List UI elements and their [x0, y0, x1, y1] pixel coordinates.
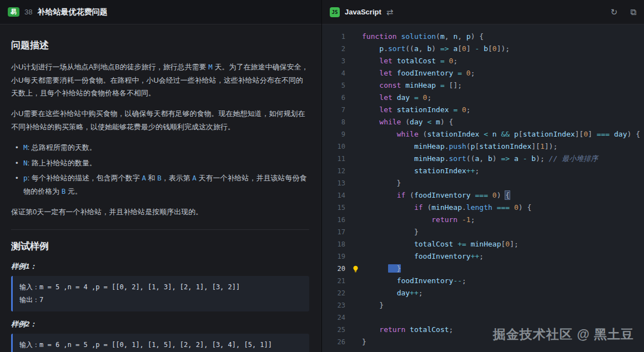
- code-text: minHeap.push(p[stationIndex][1]);: [362, 140, 644, 153]
- line-number[interactable]: 2: [322, 43, 349, 55]
- gutter-action-slot: [349, 324, 362, 336]
- problem-header: 易 38 补给站最优花费问题: [0, 0, 321, 24]
- gutter-action-slot: [349, 263, 362, 275]
- gutter-action-slot: [349, 55, 362, 67]
- code-line[interactable]: 11 minHeap.sort((a, b) => a - b); // 最小堆…: [322, 153, 644, 165]
- line-number[interactable]: 24: [322, 311, 349, 324]
- code-text: while (day < m) {: [362, 116, 644, 128]
- gutter-action-slot: [349, 140, 362, 153]
- code-text: foodInventory--;: [362, 275, 644, 287]
- sample-1-label: 样例1：: [11, 262, 309, 271]
- code-line[interactable]: 19 foodInventory++;: [322, 250, 644, 263]
- line-number[interactable]: 10: [322, 140, 349, 153]
- line-number[interactable]: 13: [322, 177, 349, 189]
- gutter-action-slot: [349, 43, 362, 55]
- layout-icon[interactable]: ⧉: [630, 8, 636, 16]
- code-line[interactable]: 25 return totalCost;: [322, 324, 644, 336]
- gutter-action-slot: [349, 104, 362, 116]
- code-line[interactable]: 7 let stationIndex = 0;: [322, 104, 644, 116]
- line-number[interactable]: 1: [322, 31, 349, 43]
- code-line[interactable]: 1function solution(m, n, p) {: [322, 31, 644, 43]
- language-label[interactable]: JavaScript: [345, 8, 381, 16]
- code-line[interactable]: 18 totalCost += minHeap[0];: [322, 238, 644, 250]
- lightbulb-icon[interactable]: [352, 265, 359, 273]
- code-line[interactable]: 15 if (minHeap.length === 0) {: [322, 202, 644, 214]
- editor-header: JS JavaScript ⇄ ↻ ⧉: [322, 0, 644, 24]
- line-number[interactable]: 16: [322, 214, 349, 226]
- code-line[interactable]: 4 let foodInventory = 0;: [322, 67, 644, 79]
- inline-code: M: [23, 143, 28, 152]
- code-line[interactable]: 9 while (stationIndex < n && p[stationIn…: [322, 128, 644, 140]
- line-number[interactable]: 17: [322, 226, 349, 238]
- line-number[interactable]: 7: [322, 104, 349, 116]
- inline-code: M: [208, 63, 213, 71]
- code-line[interactable]: 23 }: [322, 299, 644, 311]
- line-number[interactable]: 19: [322, 250, 349, 263]
- line-number[interactable]: 3: [322, 55, 349, 67]
- code-text: }: [362, 177, 644, 189]
- problem-title: 补给站最优花费问题: [37, 7, 107, 17]
- code-line[interactable]: 13 }: [322, 177, 644, 189]
- code-line[interactable]: 6 let day = 0;: [322, 92, 644, 104]
- gutter-action-slot: [349, 287, 362, 299]
- line-number[interactable]: 21: [322, 275, 349, 287]
- code-text: if (foodInventory === 0) {: [362, 189, 644, 202]
- inline-code: A: [142, 174, 146, 182]
- code-line[interactable]: 22 day++;: [322, 287, 644, 299]
- gutter-action-slot: [349, 336, 362, 348]
- code-text: if (minHeap.length === 0) {: [362, 202, 644, 214]
- line-number[interactable]: 4: [322, 67, 349, 79]
- code-line[interactable]: 14 if (foodInventory === 0) {: [322, 189, 644, 202]
- param-item: p: 每个补给站的描述，包含两个数字 A 和 B，表示第 A 天有一个补给站，并…: [14, 172, 309, 198]
- gutter-action-slot: [349, 202, 362, 214]
- code-line[interactable]: 20 }: [322, 263, 644, 275]
- code-line[interactable]: 16 return -1;: [322, 214, 644, 226]
- line-number[interactable]: 23: [322, 299, 349, 311]
- code-editor[interactable]: 1function solution(m, n, p) {2 p.sort((a…: [322, 24, 644, 352]
- gutter-action-slot: [349, 311, 362, 324]
- line-number[interactable]: 6: [322, 92, 349, 104]
- code-line[interactable]: 5 const minHeap = [];: [322, 79, 644, 92]
- line-number[interactable]: 18: [322, 238, 349, 250]
- line-number[interactable]: 25: [322, 324, 349, 336]
- line-number[interactable]: 20: [322, 263, 349, 275]
- code-text: function solution(m, n, p) {: [362, 31, 644, 43]
- code-line[interactable]: 3 let totalCost = 0;: [322, 55, 644, 67]
- code-line[interactable]: 24: [322, 311, 644, 324]
- problem-content[interactable]: 问题描述 小U计划进行一场从地点A到地点B的徒步旅行，旅行总共需要 M 天。为了…: [0, 24, 321, 352]
- code-text: while (stationIndex < n && p[stationInde…: [362, 128, 644, 140]
- gutter-action-slot: [349, 153, 362, 165]
- description-paragraph: 小U需要在这些补给站中购买食物，以确保每天都有足够的食物。现在她想知道，如何规划…: [11, 107, 309, 133]
- gutter-action-slot: [349, 116, 362, 128]
- constraint-note: 保证第0天一定有一个补给站，并且补给站是按顺序出现的。: [11, 205, 309, 218]
- sample-1-input: 输入：m = 5 ,n = 4 ,p = [[0, 2], [1, 3], [2…: [19, 281, 303, 294]
- code-text: let totalCost = 0;: [362, 55, 644, 67]
- line-number[interactable]: 15: [322, 202, 349, 214]
- line-number[interactable]: 14: [322, 189, 349, 202]
- gutter-action-slot: [349, 189, 362, 202]
- line-number[interactable]: 9: [322, 128, 349, 140]
- code-text: stationIndex++;: [362, 165, 644, 177]
- gutter-action-slot: [349, 67, 362, 79]
- gutter-action-slot: [349, 214, 362, 226]
- gutter-action-slot: [349, 250, 362, 263]
- gutter-action-slot: [349, 165, 362, 177]
- code-line[interactable]: 21 foodInventory--;: [322, 275, 644, 287]
- code-line[interactable]: 26}: [322, 336, 644, 348]
- gutter-action-slot: [349, 79, 362, 92]
- line-number[interactable]: 22: [322, 287, 349, 299]
- line-number[interactable]: 12: [322, 165, 349, 177]
- line-number[interactable]: 5: [322, 79, 349, 92]
- gutter-action-slot: [349, 31, 362, 43]
- code-line[interactable]: 8 while (day < m) {: [322, 116, 644, 128]
- code-line[interactable]: 17 }: [322, 226, 644, 238]
- reset-code-icon[interactable]: ↻: [611, 8, 618, 16]
- switch-language-icon[interactable]: ⇄: [386, 8, 394, 16]
- code-line[interactable]: 12 stationIndex++;: [322, 165, 644, 177]
- code-text: }: [362, 336, 644, 348]
- code-line[interactable]: 10 minHeap.push(p[stationIndex][1]);: [322, 140, 644, 153]
- line-number[interactable]: 26: [322, 336, 349, 348]
- line-number[interactable]: 11: [322, 153, 349, 165]
- line-number[interactable]: 8: [322, 116, 349, 128]
- code-line[interactable]: 2 p.sort((a, b) => a[0] - b[0]);: [322, 43, 644, 55]
